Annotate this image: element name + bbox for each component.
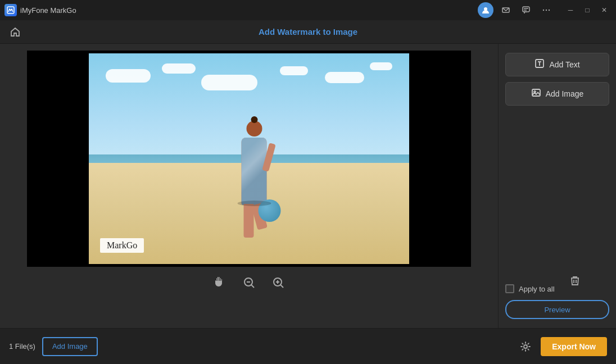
cloud-5	[325, 72, 364, 83]
file-count: 1 File(s)	[9, 342, 35, 351]
export-button[interactable]: Export Now	[541, 337, 607, 356]
figure-shadow	[237, 201, 271, 206]
add-image-bottom-button[interactable]: Add Image	[42, 337, 98, 356]
menu-icon[interactable]	[538, 2, 554, 18]
svg-point-6	[543, 10, 544, 11]
cloud-2	[162, 63, 196, 74]
cloud-6	[370, 62, 392, 70]
figure-bun	[251, 116, 257, 123]
svg-line-11	[251, 285, 254, 288]
add-image-label: Add Image	[546, 89, 584, 98]
zoom-controls	[211, 274, 287, 292]
app-title: iMyFone MarkGo	[20, 6, 76, 15]
svg-point-7	[546, 10, 547, 11]
zoom-in-button[interactable]	[269, 274, 287, 292]
window-controls: ─ □ ✕	[563, 3, 612, 17]
title-bar-right: ─ □ ✕	[478, 2, 612, 18]
trash-button[interactable]	[565, 271, 585, 291]
mail-icon[interactable]	[498, 2, 514, 18]
svg-rect-3	[523, 7, 529, 12]
apply-all-checkbox[interactable]	[505, 284, 514, 293]
right-panel: Add Text Add Image Apply to all Preview	[498, 44, 616, 328]
zoom-out-button[interactable]	[240, 274, 258, 292]
text-icon	[535, 58, 545, 71]
apply-all-label: Apply to all	[519, 285, 555, 293]
swimsuit	[242, 138, 267, 205]
image-container: MarkGo	[27, 51, 471, 267]
panel-actions: Preview	[505, 300, 609, 319]
beach-photo: MarkGo	[89, 53, 409, 264]
add-text-button[interactable]: Add Text	[505, 53, 609, 76]
svg-point-8	[549, 10, 550, 11]
image-icon	[531, 88, 541, 100]
trash-area	[565, 271, 585, 291]
title-bar: iMyFone MarkGo	[0, 0, 616, 20]
bottom-bar: 1 File(s) Add Image Export Now	[0, 328, 616, 364]
figure-head	[246, 121, 262, 136]
cloud-4	[280, 66, 308, 75]
user-icon-button[interactable]	[478, 2, 493, 18]
preview-button[interactable]: Preview	[505, 300, 609, 319]
figure-body	[242, 138, 267, 205]
svg-line-15	[280, 285, 283, 288]
panel-bottom: Apply to all Preview	[505, 284, 609, 319]
home-button[interactable]	[7, 24, 24, 40]
chat-icon[interactable]	[518, 2, 534, 18]
app-logo	[4, 4, 17, 16]
maximize-button[interactable]: □	[580, 3, 595, 17]
title-bar-left: iMyFone MarkGo	[4, 4, 76, 16]
cloud-1	[106, 69, 151, 83]
close-button[interactable]: ✕	[597, 3, 612, 17]
minimize-button[interactable]: ─	[563, 3, 578, 17]
toolbar: Add Watermark to Image	[0, 20, 616, 44]
add-text-label: Add Text	[549, 60, 579, 69]
pan-tool-button[interactable]	[211, 274, 229, 292]
bottom-right-controls: Export Now	[516, 337, 607, 356]
svg-point-23	[524, 345, 527, 348]
add-image-watermark-button[interactable]: Add Image	[505, 82, 609, 106]
toolbar-title: Add Watermark to Image	[259, 27, 357, 37]
watermark-text[interactable]: MarkGo	[100, 238, 144, 253]
cloud-3	[201, 75, 257, 90]
canvas-area: MarkGo	[0, 44, 498, 328]
settings-button[interactable]	[516, 337, 535, 356]
figure	[242, 138, 267, 205]
apply-all-row: Apply to all	[505, 284, 609, 293]
main-area: MarkGo	[0, 44, 616, 328]
